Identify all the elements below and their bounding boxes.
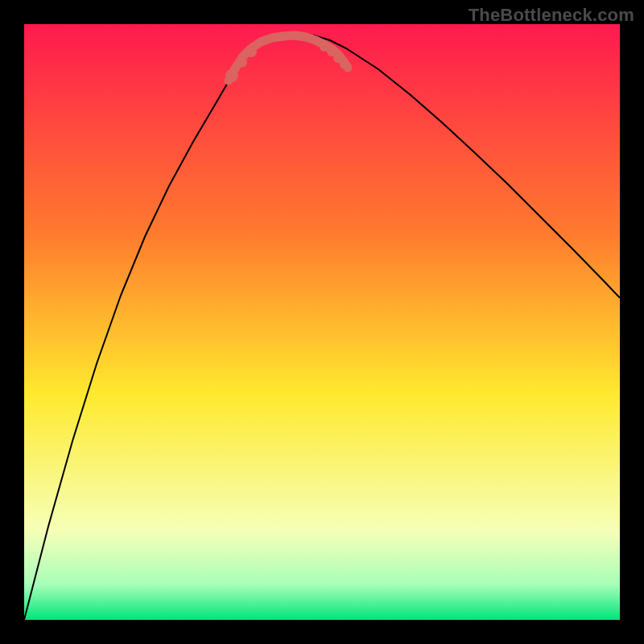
plot-area [24,24,620,620]
accent-dot [246,46,257,57]
accent-dot [340,60,349,69]
accent-dot [225,69,238,82]
accent-dot [236,56,247,68]
gradient-background [24,24,620,620]
watermark-text: TheBottleneck.com [469,5,634,26]
chart-svg [24,24,620,620]
chart-frame: TheBottleneck.com [0,0,644,644]
